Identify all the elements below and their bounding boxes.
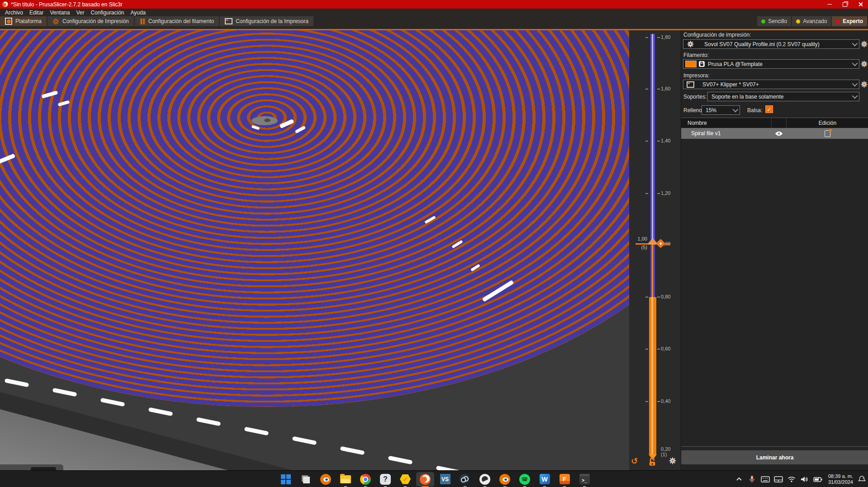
round-white-app-icon[interactable] <box>479 473 491 485</box>
3d-viewport[interactable] <box>0 30 629 470</box>
touchpad-icon[interactable] <box>774 475 783 484</box>
blender-2-icon[interactable] <box>499 473 511 485</box>
bed-dash <box>340 446 365 455</box>
tab-2[interactable]: Configuración del filamento <box>135 16 219 26</box>
name-column-header: Nombre <box>681 118 772 128</box>
slice-now-button[interactable]: Laminar ahora <box>681 450 868 464</box>
print-config-settings-button[interactable] <box>861 41 868 47</box>
bottom-tick-label: 0,20(1) <box>661 446 670 457</box>
tick-mark <box>645 401 648 402</box>
3d-view-button[interactable] <box>3 467 28 470</box>
infill-label: Relleno: <box>683 107 703 113</box>
taskbar: ? ✓ VS W F >_ <box>0 470 868 487</box>
mode-avanzado[interactable]: Avanzado <box>792 16 831 26</box>
plate-icon <box>5 18 12 25</box>
menu-bar: ArchivoEditarVentanaVerConfiguraciónAyud… <box>0 9 868 16</box>
edit-column-header: Edición <box>787 120 868 126</box>
slider-settings-gear-icon[interactable] <box>669 457 676 464</box>
tick-label: 0,40 <box>661 398 670 404</box>
filament-label: Filamento: <box>683 52 709 58</box>
filament-settings-button[interactable] <box>861 61 868 67</box>
tray-expand-chevron-icon[interactable] <box>735 475 744 484</box>
menu-editar[interactable]: Editar <box>26 9 47 16</box>
clock-date: 31/03/2024 <box>828 479 853 485</box>
sliced-spiral-preview <box>0 30 629 407</box>
chevron-down-icon <box>852 62 856 66</box>
gray-utility-app-icon[interactable]: ? <box>379 473 391 485</box>
layers-view-button[interactable] <box>31 467 56 470</box>
infill-select[interactable]: 15% <box>702 105 740 115</box>
blender-icon[interactable] <box>320 473 332 485</box>
chevron-down-icon <box>852 95 856 99</box>
mode-experto[interactable]: Experto <box>832 16 867 26</box>
touch-keyboard-icon[interactable] <box>761 475 770 484</box>
task-view-icon[interactable] <box>300 473 312 485</box>
raft-label: Balsa: <box>747 107 762 113</box>
slider-lower-track[interactable] <box>649 297 656 454</box>
unlock-icon[interactable] <box>648 457 656 466</box>
filament-icon <box>140 19 145 24</box>
mode-sencillo[interactable]: Sencillo <box>757 16 791 26</box>
menu-ventana[interactable]: Ventana <box>47 9 73 16</box>
menu-ayuda[interactable]: Ayuda <box>127 9 149 16</box>
terminal-icon[interactable]: >_ <box>579 473 590 485</box>
supports-select[interactable]: Soporte en la base solamente <box>707 92 859 101</box>
word-icon[interactable]: W <box>539 473 550 485</box>
tick-label: 1,60 <box>661 86 670 91</box>
edit-object-icon[interactable] <box>825 130 830 137</box>
microphone-icon[interactable] <box>748 475 757 484</box>
filament-select[interactable]: Prusa PLA @Template <box>683 59 859 69</box>
object-row[interactable]: Spiral file v1 <box>681 128 868 139</box>
clock-time: 08:39 a. m. <box>828 473 853 479</box>
wifi-icon[interactable] <box>787 475 796 484</box>
restore-button[interactable] <box>837 0 853 9</box>
printer-label: Impresora: <box>683 72 709 79</box>
spotify-icon[interactable] <box>519 473 531 485</box>
notification-bell-icon[interactable]: z <box>857 475 866 484</box>
lock-icon <box>699 61 705 67</box>
raft-checkbox[interactable]: ✓ <box>765 105 773 113</box>
eye-icon[interactable] <box>772 131 786 136</box>
hexagon-check-app-icon[interactable]: ✓ <box>399 473 411 485</box>
prusaslicer-taskbar-icon[interactable] <box>416 472 434 487</box>
visual-studio-icon[interactable]: VS <box>439 473 451 485</box>
fusion-360-icon[interactable]: F <box>559 473 570 485</box>
slider-upper-track[interactable] <box>650 34 655 244</box>
bed-dash <box>196 417 221 426</box>
battery-icon[interactable] <box>813 475 822 484</box>
print-config-label: Configuración de impresión: <box>683 32 751 38</box>
menu-ver[interactable]: Ver <box>73 9 87 16</box>
spiral-center-dot <box>264 118 270 122</box>
print-config-select[interactable]: Sovol SV07 Quality Profile.ini (0.2 SV07… <box>683 39 859 49</box>
volume-icon[interactable] <box>800 475 809 484</box>
menu-configuración[interactable]: Configuración <box>87 9 127 16</box>
tick-mark <box>657 89 660 90</box>
profile-gear-icon <box>687 41 694 47</box>
tab-1[interactable]: Configuración de Impresión <box>47 16 134 26</box>
settings-panel: Configuración de impresión: Sovol SV07 Q… <box>681 30 868 470</box>
printer-settings-button[interactable] <box>861 81 868 88</box>
printer-select[interactable]: SV07+ Klipper * SV07+ <box>683 80 859 89</box>
taskbar-clock[interactable]: 08:39 a. m. 31/03/2024 <box>828 473 853 485</box>
tick-label: 1,80 <box>661 34 670 40</box>
bed-dash <box>100 398 125 407</box>
slider-mid-track[interactable] <box>650 244 655 297</box>
close-button[interactable] <box>853 0 868 9</box>
mode-toggle-group: SencilloAvanzadoExperto <box>756 16 867 26</box>
printer-icon <box>225 18 232 24</box>
chrome-icon[interactable] <box>360 473 371 485</box>
bed-dash <box>148 407 173 416</box>
layer-slider[interactable]: 1,801,601,401,201,000,800,600,400,20(1) … <box>629 30 681 470</box>
tab-3[interactable]: Configuración de la Impresora <box>220 16 313 26</box>
file-explorer-icon[interactable] <box>340 473 351 485</box>
steam-icon[interactable] <box>459 473 471 485</box>
windows-start-icon[interactable] <box>280 473 292 485</box>
cube-icon <box>3 467 28 470</box>
tab-0[interactable]: Plataforma <box>0 16 47 26</box>
tab-list: PlataformaConfiguración de ImpresiónConf… <box>0 16 314 26</box>
add-color-change-button[interactable]: + <box>656 239 665 248</box>
bed-dash <box>244 427 269 436</box>
undo-icon[interactable]: ↺ <box>631 456 638 466</box>
minimize-button[interactable] <box>822 0 837 9</box>
menu-archivo[interactable]: Archivo <box>2 9 26 16</box>
